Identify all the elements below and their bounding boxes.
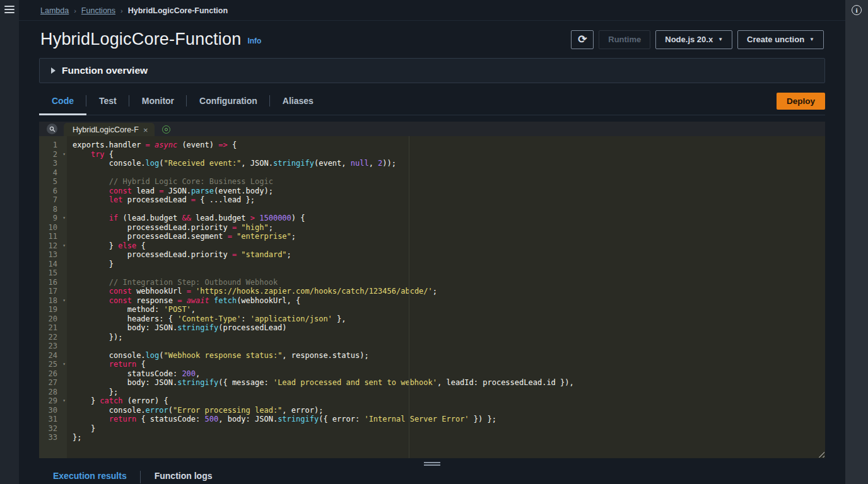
code-line[interactable]: const lead = JSON.parse(event.body); xyxy=(73,187,825,196)
code-line[interactable]: statusCode: 200, xyxy=(73,369,825,379)
code-line[interactable]: }); xyxy=(73,333,825,342)
code-line[interactable]: console.error("Error processing lead:", … xyxy=(73,406,825,415)
code-line[interactable]: if (lead.budget && lead.budget > 1500000… xyxy=(73,214,825,223)
line-number[interactable]: 18▾ xyxy=(39,296,67,306)
code-line[interactable]: }; xyxy=(73,388,825,397)
code-line[interactable]: } xyxy=(73,260,825,269)
function-overview-title: Function overview xyxy=(62,65,148,76)
tab-test[interactable]: Test xyxy=(86,92,129,113)
line-number[interactable]: 21 xyxy=(39,323,67,333)
line-number[interactable]: 28 xyxy=(39,388,67,397)
page-header: HybridLogicCore-Function Info ⟳ Runtime … xyxy=(19,21,845,53)
line-number[interactable]: 17 xyxy=(39,287,67,296)
line-number[interactable]: 24 xyxy=(39,351,67,360)
line-number[interactable]: 10 xyxy=(39,223,67,233)
line-number[interactable]: 25▾ xyxy=(39,360,67,369)
line-number[interactable]: 33 xyxy=(39,433,67,442)
line-number[interactable]: 16 xyxy=(39,278,67,287)
search-icon[interactable] xyxy=(47,124,57,134)
tab-function-logs[interactable]: Function logs xyxy=(141,467,226,484)
line-number[interactable]: 8 xyxy=(39,205,67,214)
code-line[interactable]: } catch (error) { xyxy=(73,396,825,406)
code-line[interactable]: exports.handler = async (event) => { xyxy=(73,141,825,150)
fold-toggle-icon[interactable]: ▾ xyxy=(62,360,66,369)
line-number[interactable]: 6 xyxy=(39,187,67,196)
refresh-button[interactable]: ⟳ xyxy=(571,30,594,49)
line-number[interactable]: 12▾ xyxy=(39,241,67,251)
line-number[interactable]: 1 xyxy=(39,141,67,150)
tab-code[interactable]: Code xyxy=(39,92,86,115)
line-number[interactable]: 3 xyxy=(39,159,67,168)
hamburger-menu-icon[interactable] xyxy=(4,6,15,13)
line-number[interactable]: 29▾ xyxy=(39,396,67,406)
tab-aliases[interactable]: Aliases xyxy=(270,92,326,113)
right-help-rail: i xyxy=(845,0,868,484)
code-line[interactable]: const response = await fetch(webhookUrl,… xyxy=(73,296,825,306)
line-number[interactable]: 31 xyxy=(39,415,67,424)
create-function-dropdown[interactable]: Create unction ▼ xyxy=(737,30,824,49)
tab-configuration[interactable]: Configuration xyxy=(187,92,270,113)
code-pane[interactable]: exports.handler = async (event) => { try… xyxy=(67,136,825,458)
line-number[interactable]: 23 xyxy=(39,342,67,351)
code-line[interactable] xyxy=(73,168,825,178)
runtime-version-dropdown[interactable]: Node.js 20.x ▼ xyxy=(655,30,732,49)
tab-execution-results[interactable]: Execution results xyxy=(39,467,141,484)
breadcrumb-link-functions[interactable]: Functions xyxy=(81,6,115,15)
breadcrumb-link-lambda[interactable]: Lambda xyxy=(40,6,69,15)
code-line[interactable] xyxy=(73,205,825,214)
code-line[interactable]: }; xyxy=(73,433,825,442)
code-line[interactable]: headers: { 'Content-Type': 'application/… xyxy=(73,314,825,324)
code-line[interactable] xyxy=(73,342,825,351)
line-number[interactable]: 2▾ xyxy=(39,150,67,159)
fold-toggle-icon[interactable]: ▾ xyxy=(62,241,66,251)
print-margin-ruler xyxy=(409,136,409,458)
line-number[interactable]: 30 xyxy=(39,406,67,415)
code-line[interactable]: } else { xyxy=(73,241,825,251)
line-number[interactable]: 19 xyxy=(39,305,67,314)
function-overview-expander[interactable]: Function overview xyxy=(39,58,825,83)
code-line[interactable]: method: 'POST', xyxy=(73,305,825,314)
editor-gutter: 12▾3456789▾101112▾131415161718▾192021222… xyxy=(39,136,67,458)
line-number[interactable]: 15 xyxy=(39,268,67,278)
code-line[interactable]: // Integration Step: Outbound Webhook xyxy=(73,278,825,287)
editor-file-tab[interactable]: HybridLogicCore-F × xyxy=(64,123,155,136)
fold-toggle-icon[interactable]: ▾ xyxy=(62,150,66,159)
code-line[interactable]: body: JSON.stringify({ message: 'Lead pr… xyxy=(73,378,825,388)
code-line[interactable]: // Hybrid Logic Core: Business Logic xyxy=(73,177,825,187)
line-number[interactable]: 13 xyxy=(39,250,67,260)
line-number[interactable]: 27 xyxy=(39,378,67,388)
line-number[interactable]: 20 xyxy=(39,314,67,324)
panel-splitter-handle[interactable] xyxy=(424,462,440,466)
line-number[interactable]: 9▾ xyxy=(39,214,67,223)
line-number[interactable]: 26 xyxy=(39,369,67,379)
code-line[interactable]: processedLead.priority = "high"; xyxy=(73,223,825,233)
line-number[interactable]: 32 xyxy=(39,424,67,434)
line-number[interactable]: 14 xyxy=(39,260,67,269)
code-line[interactable]: console.log("Webhook response status:", … xyxy=(73,351,825,360)
tab-monitor[interactable]: Monitor xyxy=(129,92,187,113)
code-line[interactable]: processedLead.priority = "standard"; xyxy=(73,250,825,260)
line-number[interactable]: 5 xyxy=(39,177,67,187)
line-number[interactable]: 7 xyxy=(39,195,67,205)
close-icon[interactable]: × xyxy=(143,126,148,134)
code-line[interactable]: } xyxy=(73,424,825,434)
code-line[interactable]: let processedLead = { ...lead }; xyxy=(73,195,825,205)
info-icon[interactable]: i xyxy=(852,5,862,15)
fold-toggle-icon[interactable]: ▾ xyxy=(62,396,66,406)
code-line[interactable]: return { xyxy=(73,360,825,369)
code-line[interactable]: try { xyxy=(73,150,825,159)
deploy-button[interactable]: Deploy xyxy=(777,93,825,110)
info-link[interactable]: Info xyxy=(247,37,261,49)
line-number[interactable]: 4 xyxy=(39,168,67,178)
runtime-button[interactable]: Runtime xyxy=(599,30,650,49)
code-line[interactable]: const webhookUrl = 'https://hooks.zapier… xyxy=(73,287,825,296)
code-line[interactable]: body: JSON.stringify(processedLead) xyxy=(73,323,825,333)
code-line[interactable]: processedLead.segment = "enterprise"; xyxy=(73,232,825,241)
line-number[interactable]: 11 xyxy=(39,232,67,241)
line-number[interactable]: 22 xyxy=(39,333,67,342)
code-line[interactable]: console.log("Received event:", JSON.stri… xyxy=(73,159,825,168)
code-line[interactable]: return { statusCode: 500, body: JSON.str… xyxy=(73,415,825,424)
fold-toggle-icon[interactable]: ▾ xyxy=(62,296,66,306)
code-line[interactable] xyxy=(73,268,825,278)
fold-toggle-icon[interactable]: ▾ xyxy=(62,214,66,223)
